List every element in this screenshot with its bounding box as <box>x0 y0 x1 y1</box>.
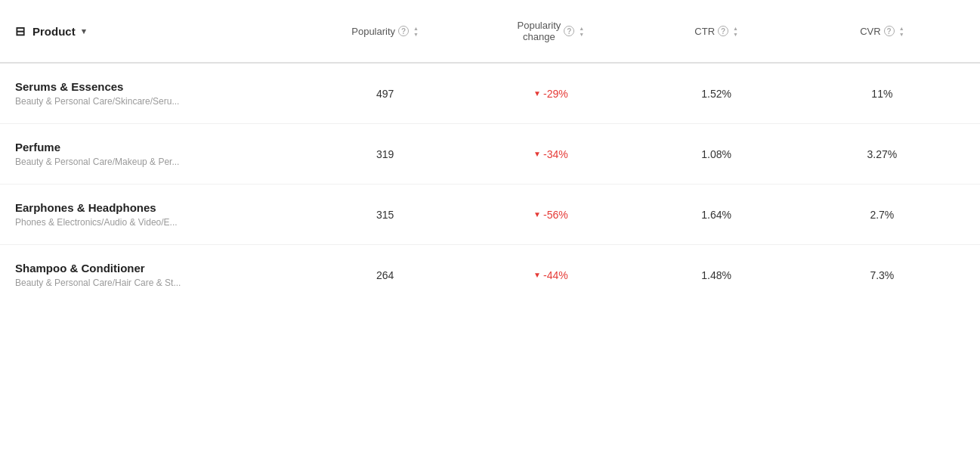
ctr-sort-icon[interactable] <box>733 26 738 37</box>
table-row: Serums & Essences Beauty & Personal Care… <box>0 64 980 124</box>
down-triangle-icon: ▼ <box>533 150 541 158</box>
product-category: Beauty & Personal Care/Makeup & Per... <box>15 157 302 167</box>
product-category: Beauty & Personal Care/Hair Care & St... <box>15 278 302 288</box>
cvr-header-label: CVR <box>860 26 880 37</box>
table-icon: ⊟ <box>15 24 25 39</box>
product-cell: Shampoo & Conditioner Beauty & Personal … <box>15 262 302 288</box>
cvr-value: 7.3% <box>799 269 965 281</box>
product-column-header[interactable]: ⊟ Product ▾ <box>15 24 302 39</box>
table-row: Shampoo & Conditioner Beauty & Personal … <box>0 245 980 305</box>
popularity-sort-icon[interactable] <box>413 26 419 37</box>
ctr-value: 1.08% <box>634 148 799 160</box>
ctr-value: 1.52% <box>634 88 799 100</box>
down-triangle-icon: ▼ <box>533 89 541 98</box>
product-name: Earphones & Headphones <box>15 201 302 214</box>
popularity-change-text: -56% <box>543 209 568 221</box>
product-cell: Earphones & Headphones Phones & Electron… <box>15 201 302 228</box>
popularity-header-label: Popularity <box>351 26 395 37</box>
cvr-sort-icon[interactable] <box>899 26 904 37</box>
popularity-change-text: -44% <box>543 269 568 281</box>
ctr-value: 1.64% <box>634 209 799 221</box>
popularity-change-value: ▼ -44% <box>468 269 633 281</box>
popularity-change-text: -29% <box>543 88 568 100</box>
cvr-value: 3.27% <box>799 148 965 160</box>
product-header-label: Product <box>32 25 76 38</box>
chevron-down-icon[interactable]: ▾ <box>82 26 86 36</box>
popularity-change-sort-icon[interactable] <box>579 26 584 37</box>
popularity-value: 497 <box>302 88 468 100</box>
down-triangle-icon: ▼ <box>533 210 541 219</box>
popularity-change-column-header: Popularitychange ? <box>468 20 633 42</box>
ctr-value: 1.48% <box>634 269 799 281</box>
cvr-value: 11% <box>799 88 965 100</box>
product-name: Shampoo & Conditioner <box>15 262 302 275</box>
ctr-column-header: CTR ? <box>634 26 799 37</box>
popularity-change-text: -34% <box>543 148 568 160</box>
product-name: Perfume <box>15 141 302 154</box>
product-cell: Serums & Essences Beauty & Personal Care… <box>15 80 302 107</box>
popularity-change-header-label: Popularitychange <box>518 20 561 42</box>
table-header: ⊟ Product ▾ Popularity ? Popularitychang… <box>0 0 980 64</box>
popularity-change-value: ▼ -56% <box>468 209 633 221</box>
ctr-help-icon[interactable]: ? <box>718 26 728 36</box>
data-table: ⊟ Product ▾ Popularity ? Popularitychang… <box>0 0 980 453</box>
table-row: Earphones & Headphones Phones & Electron… <box>0 185 980 245</box>
popularity-value: 319 <box>302 148 468 160</box>
ctr-header-label: CTR <box>694 26 715 37</box>
popularity-value: 264 <box>302 269 468 281</box>
popularity-help-icon[interactable]: ? <box>398 26 409 36</box>
popularity-change-value: ▼ -29% <box>468 88 633 100</box>
popularity-column-header: Popularity ? <box>302 26 468 37</box>
cvr-value: 2.7% <box>799 209 965 221</box>
product-category: Phones & Electronics/Audio & Video/E... <box>15 217 302 228</box>
product-name: Serums & Essences <box>15 80 302 93</box>
popularity-value: 315 <box>302 209 468 221</box>
popularity-change-value: ▼ -34% <box>468 148 633 160</box>
popularity-change-help-icon[interactable]: ? <box>564 26 574 36</box>
down-triangle-icon: ▼ <box>533 271 541 279</box>
table-body: Serums & Essences Beauty & Personal Care… <box>0 64 980 305</box>
product-cell: Perfume Beauty & Personal Care/Makeup & … <box>15 141 302 167</box>
product-category: Beauty & Personal Care/Skincare/Seru... <box>15 96 302 107</box>
cvr-column-header: CVR ? <box>799 26 965 37</box>
cvr-help-icon[interactable]: ? <box>884 26 895 36</box>
table-row: Perfume Beauty & Personal Care/Makeup & … <box>0 124 980 185</box>
